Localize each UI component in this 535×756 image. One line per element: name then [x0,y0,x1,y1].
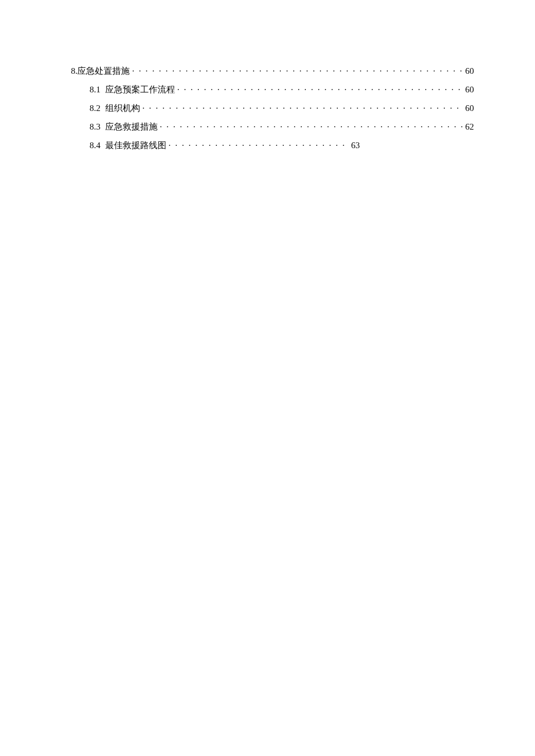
toc-subsection-title: 应急救援措施 [105,121,158,132]
toc-section-page: 60 [465,66,474,76]
toc-leader-dots [169,139,349,148]
toc-subsection-page: 60 [465,85,474,95]
toc-leader-dots [160,121,463,130]
toc-subsection-title: 应急预案工作流程 [105,84,175,95]
toc-entry-8-4: 8.4 最佳救援路线图 63 [90,139,474,151]
toc-subsection-title: 最佳救援路线图 [105,140,166,151]
toc-subsection-page: 60 [465,103,474,113]
toc-section-number: 8. [71,66,77,76]
toc-entry-8-2: 8.2 组织机构 60 [90,102,474,114]
toc-entry-8-3: 8.3 应急救援措施 62 [90,121,474,132]
toc-section-title: 应急处置措施 [77,66,130,77]
toc-subsection-number: 8.4 [90,141,101,151]
toc-subsection-number: 8.3 [90,122,101,132]
toc-subsection-title: 组织机构 [105,103,140,114]
toc-subsection-number: 8.1 [90,85,101,95]
toc-subsection-page: 62 [465,122,474,132]
toc-leader-dots [177,84,463,92]
toc-leader-dots [132,65,463,74]
toc-subsection-number: 8.2 [90,103,101,113]
toc-subsection-page: 63 [351,141,360,151]
toc-entry-section-8: 8. 应急处置措施 60 [71,65,474,77]
toc-entry-8-1: 8.1 应急预案工作流程 60 [90,84,474,95]
toc-leader-dots [142,102,463,111]
